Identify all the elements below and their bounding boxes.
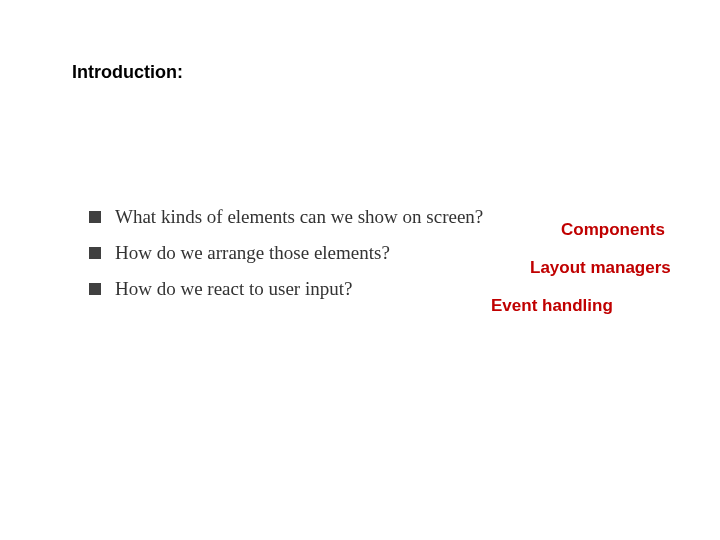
bullet-text: How do we react to user input? xyxy=(115,278,352,300)
list-item: How do we arrange those elements? xyxy=(89,242,483,264)
answer-label-event-handling: Event handling xyxy=(491,296,613,316)
bullet-text: How do we arrange those elements? xyxy=(115,242,390,264)
answer-label-layout-managers: Layout managers xyxy=(530,258,671,278)
answer-label-components: Components xyxy=(561,220,665,240)
list-item: What kinds of elements can we show on sc… xyxy=(89,206,483,228)
square-bullet-icon xyxy=(89,247,101,259)
bullet-text: What kinds of elements can we show on sc… xyxy=(115,206,483,228)
list-item: How do we react to user input? xyxy=(89,278,483,300)
section-heading: Introduction: xyxy=(72,62,183,83)
square-bullet-icon xyxy=(89,283,101,295)
square-bullet-icon xyxy=(89,211,101,223)
bullet-list: What kinds of elements can we show on sc… xyxy=(89,206,483,314)
